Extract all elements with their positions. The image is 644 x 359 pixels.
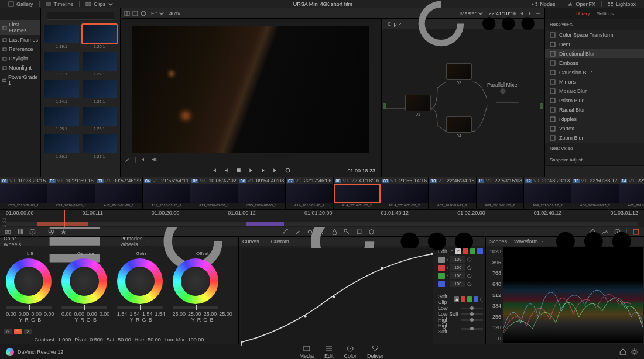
- low-slider[interactable]: [461, 308, 483, 309]
- gallery-toggle[interactable]: Gallery: [4, 1, 38, 7]
- contrast-val[interactable]: 1.000: [58, 337, 71, 343]
- fx-item[interactable]: Emboss: [545, 58, 644, 68]
- gallery-still[interactable]: 1.19.1: [44, 25, 79, 49]
- fx-item[interactable]: Dent: [545, 40, 644, 49]
- fx-item[interactable]: Prism Blur: [545, 96, 644, 105]
- wheel-value[interactable]: 0.00: [87, 311, 97, 317]
- lowsoft-slider[interactable]: [461, 313, 483, 315]
- fx-item[interactable]: Directional Blur: [545, 49, 644, 58]
- sc-b[interactable]: [474, 296, 478, 302]
- mute-icon[interactable]: [151, 157, 157, 163]
- page-tab-media[interactable]: Media: [299, 344, 314, 359]
- page-tab-deliver[interactable]: Deliver: [367, 344, 383, 359]
- wheel-value[interactable]: 0.00: [61, 311, 72, 317]
- graph-output[interactable]: [540, 103, 543, 109]
- next-frame-icon[interactable]: [260, 167, 266, 174]
- reset-b-icon[interactable]: [467, 282, 472, 286]
- sat-val[interactable]: 50.00: [118, 337, 131, 343]
- clip-thumbnail[interactable]: 11V122:53:15:03A03_2016-01-27_2: [477, 177, 524, 209]
- viewer-image[interactable]: [132, 26, 369, 153]
- sc-g[interactable]: [467, 296, 472, 302]
- color-match-icon[interactable]: [17, 229, 23, 235]
- fx-item[interactable]: Color Space Transform: [545, 30, 644, 40]
- scopes-mode[interactable]: Waveform: [514, 239, 538, 244]
- wheel-value[interactable]: 1.54: [129, 311, 140, 317]
- page-tab-edit[interactable]: Edit: [324, 344, 334, 359]
- wheel-control[interactable]: [173, 258, 218, 304]
- wheel-value[interactable]: 0.00: [44, 311, 54, 317]
- fx-item[interactable]: Radial Blur: [545, 105, 644, 115]
- version-a[interactable]: A: [4, 329, 12, 334]
- wheel-master-slider[interactable]: [61, 306, 107, 309]
- gallery-search[interactable]: [47, 12, 114, 20]
- stop-icon[interactable]: [235, 167, 242, 174]
- gallery-still[interactable]: 1.26.1: [83, 107, 117, 131]
- gallery-folder[interactable]: Moonlight: [0, 63, 40, 73]
- wheels-mode[interactable]: Primaries Wheels: [121, 236, 143, 247]
- fx-tab-settings[interactable]: Settings: [597, 11, 614, 16]
- gallery-still[interactable]: 1.22.1: [83, 52, 117, 76]
- intensity-g[interactable]: 100: [450, 272, 465, 279]
- fx-item[interactable]: Vortex: [545, 124, 644, 133]
- page-1[interactable]: 1: [14, 329, 22, 334]
- node-04[interactable]: 04: [446, 116, 472, 133]
- highlight-icon[interactable]: [141, 11, 146, 16]
- gallery-still[interactable]: 1.27.1: [83, 134, 117, 158]
- gallery-still[interactable]: 1.20.1: [83, 25, 117, 49]
- node-02[interactable]: 02: [446, 63, 472, 80]
- gallery-still[interactable]: 1.21.1: [44, 52, 79, 76]
- wheel-value[interactable]: 0.00: [6, 311, 16, 317]
- sc-all[interactable]: A: [454, 296, 459, 302]
- fx-item[interactable]: Zoom Blur: [545, 133, 644, 143]
- openfx-toggle[interactable]: OpenFX: [563, 1, 600, 7]
- gallery-folder[interactable]: First Frames: [0, 20, 40, 35]
- wheel-master-slider[interactable]: [117, 306, 163, 309]
- fx-item[interactable]: Gaussian Blur: [545, 68, 644, 77]
- unmute-icon[interactable]: [141, 157, 146, 163]
- timeline-toggle[interactable]: Timeline: [41, 1, 78, 7]
- page-tab-color[interactable]: Color: [344, 344, 357, 359]
- wheel-master-slider[interactable]: [6, 306, 52, 309]
- reset-softclip-icon[interactable]: [480, 297, 483, 302]
- clip-thumbnail[interactable]: 06V109:54:40:08C25_2016-02-05_1: [238, 177, 286, 209]
- wheel-value[interactable]: 25.00: [204, 311, 217, 317]
- highsoft-slider[interactable]: [461, 328, 483, 330]
- qualifier-picker-icon[interactable]: [124, 157, 130, 163]
- prev-frame-icon[interactable]: [223, 167, 229, 174]
- fit-dropdown[interactable]: Fit: [149, 11, 167, 16]
- wheel-control[interactable]: [117, 258, 163, 304]
- parallel-mixer[interactable]: Parallel Mixer: [487, 82, 519, 95]
- gallery-folder[interactable]: Reference: [0, 44, 40, 54]
- play-icon[interactable]: [248, 167, 254, 174]
- fx-tab-library[interactable]: Library: [576, 11, 590, 16]
- fx-category-resolvefx[interactable]: ResolveFX: [545, 19, 644, 30]
- pivot-val[interactable]: 0.500: [90, 337, 103, 343]
- settings-gear-icon[interactable]: [631, 348, 638, 355]
- link-icon[interactable]: [449, 248, 454, 254]
- gallery-folder[interactable]: Last Frames: [0, 35, 40, 44]
- mini-timeline[interactable]: 01:00:00:0001:00:1101:00:20:0001:01:00:1…: [0, 209, 644, 227]
- intensity-b[interactable]: 100: [450, 281, 465, 287]
- wheel-master-slider[interactable]: [173, 306, 218, 309]
- split-icon[interactable]: [132, 11, 138, 16]
- ch-b[interactable]: [477, 248, 483, 254]
- gallery-still[interactable]: 1.23.1: [83, 80, 117, 103]
- fx-category-neat[interactable]: Neat Video: [545, 143, 644, 154]
- curves-icon[interactable]: [282, 229, 289, 235]
- playhead[interactable]: [64, 210, 65, 227]
- fx-category-sapphire[interactable]: Sapphire Adjust: [545, 154, 644, 166]
- wheel-control[interactable]: [6, 258, 52, 304]
- node-menu-icon[interactable]: [476, 0, 541, 56]
- intensity-y[interactable]: 100: [450, 256, 465, 263]
- reset-r-icon[interactable]: [467, 265, 472, 270]
- first-frame-icon[interactable]: [211, 167, 217, 174]
- lummix-val[interactable]: 100.00: [188, 337, 204, 343]
- wheel-value[interactable]: 0.00: [74, 311, 85, 317]
- clips-toggle[interactable]: Clips: [81, 1, 118, 7]
- ch-r[interactable]: [463, 248, 468, 254]
- wheel-value[interactable]: 25.00: [188, 311, 201, 317]
- gallery-folder[interactable]: PowerGrade 1: [0, 73, 40, 88]
- home-icon[interactable]: [619, 348, 626, 355]
- page-2[interactable]: 2: [24, 329, 32, 334]
- loop-icon[interactable]: [285, 167, 291, 174]
